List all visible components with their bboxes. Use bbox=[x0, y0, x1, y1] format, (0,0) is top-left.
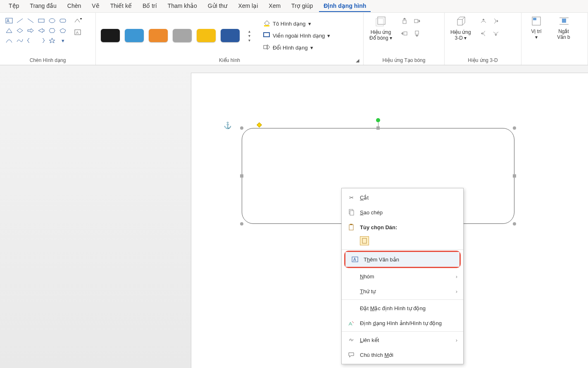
menu-design[interactable]: Thiết kế bbox=[106, 0, 136, 12]
shape-ellipse-icon[interactable] bbox=[47, 16, 57, 25]
shape-triangle-icon[interactable] bbox=[4, 26, 14, 35]
svg-text:A: A bbox=[353, 257, 356, 262]
menu-view[interactable]: Xem bbox=[264, 0, 285, 12]
shape-diamond-icon[interactable] bbox=[15, 26, 25, 35]
svg-line-2 bbox=[17, 19, 23, 23]
shape-arc-icon[interactable] bbox=[4, 36, 14, 45]
text-box-draw-button[interactable]: A bbox=[73, 27, 83, 38]
shape-textbox-icon[interactable]: A bbox=[4, 16, 14, 25]
3d-effects-button[interactable]: Hiệu ứng 3-D ▾ bbox=[447, 14, 474, 42]
style-swatch-3[interactable] bbox=[149, 29, 168, 42]
shape-gallery[interactable]: A ▾ bbox=[2, 14, 69, 47]
menu-format-picture[interactable]: Định dạng hình bbox=[319, 0, 371, 12]
shape-star-icon[interactable] bbox=[47, 36, 57, 45]
tilt-left-icon[interactable] bbox=[478, 28, 488, 38]
edit-shape-button[interactable]: ▾ bbox=[73, 15, 83, 26]
3d-label: Hiệu ứng 3-D bbox=[450, 29, 471, 41]
shape-fill-label: Tô Hình dạng bbox=[273, 21, 306, 27]
ctx-copy[interactable]: Sao chép bbox=[342, 205, 463, 220]
style-more-button[interactable]: ▴▾▾ bbox=[245, 29, 252, 42]
menu-layout[interactable]: Bố trí bbox=[138, 0, 162, 12]
copy-icon bbox=[348, 209, 355, 216]
style-swatch-5[interactable] bbox=[197, 29, 216, 42]
position-button[interactable]: Vị trí▾ bbox=[524, 14, 549, 41]
ctx-add-text[interactable]: A Thêm Văn bản bbox=[345, 252, 459, 267]
tilt-up-icon[interactable] bbox=[478, 16, 488, 26]
shape-hex-icon[interactable] bbox=[47, 26, 57, 35]
menu-home[interactable]: Trang đầu bbox=[25, 0, 61, 12]
svg-marker-10 bbox=[38, 28, 44, 33]
link-icon bbox=[348, 336, 355, 344]
group-3d-effects: Hiệu ứng 3-D ▾ Hiệu ứng 3-D bbox=[445, 13, 521, 65]
menu-help[interactable]: Trợ giúp bbox=[287, 0, 317, 12]
style-swatch-2[interactable] bbox=[125, 29, 144, 42]
shape-arrow-icon[interactable] bbox=[36, 26, 46, 35]
rotate-handle[interactable] bbox=[376, 118, 380, 122]
svg-text:A: A bbox=[76, 31, 79, 35]
resize-handle-br[interactable] bbox=[513, 222, 516, 226]
resize-handle-t[interactable] bbox=[376, 126, 380, 130]
menu-insert[interactable]: Chèn bbox=[63, 0, 86, 12]
shape-roundrect-icon[interactable] bbox=[58, 16, 68, 25]
paste-keep-source-icon[interactable] bbox=[360, 236, 369, 245]
menu-mailings[interactable]: Gửi thư bbox=[203, 0, 232, 12]
change-shape-button[interactable]: Đổi Hình dạng▾ bbox=[260, 42, 333, 53]
nudge-right-icon[interactable] bbox=[412, 16, 422, 26]
style-gallery[interactable]: ▴▾▾ bbox=[98, 27, 255, 44]
style-swatch-1[interactable] bbox=[101, 29, 120, 42]
shape-fill-button[interactable]: Tô Hình dạng▾ bbox=[260, 18, 333, 29]
3d-tilt-grid bbox=[477, 14, 502, 40]
shape-rect-icon[interactable] bbox=[36, 16, 46, 25]
ctx-add-text-highlight: A Thêm Văn bản bbox=[344, 251, 461, 268]
menu-references[interactable]: Tham khảo bbox=[163, 0, 202, 12]
shape-line-icon[interactable] bbox=[15, 16, 25, 25]
resize-handle-l[interactable] bbox=[240, 174, 243, 178]
style-swatch-6[interactable] bbox=[221, 29, 240, 42]
shape-curve-icon[interactable] bbox=[15, 36, 25, 45]
shape-brace2-icon[interactable] bbox=[36, 36, 46, 45]
ctx-paste-options: Tùy chọn Dán: bbox=[342, 220, 463, 235]
nudge-down-icon[interactable] bbox=[412, 28, 422, 38]
nudge-up-icon[interactable] bbox=[400, 16, 409, 26]
dialog-launcher-icon[interactable]: ◢ bbox=[356, 58, 362, 64]
menu-draw[interactable]: Vẽ bbox=[87, 0, 104, 12]
shape-pentagon-icon[interactable] bbox=[58, 26, 68, 35]
resize-handle-r[interactable] bbox=[513, 174, 516, 178]
resize-handle-bl[interactable] bbox=[240, 222, 243, 226]
shape-outline-button[interactable]: Viền ngoài Hình dạng▾ bbox=[260, 30, 333, 41]
ctx-set-default[interactable]: Đặt Mặc định Hình tự động bbox=[342, 301, 463, 316]
wrap-text-button[interactable]: Ngắt Văn b bbox=[551, 14, 576, 41]
svg-point-5 bbox=[49, 19, 55, 23]
ctx-cut[interactable]: ✂ Cắt bbox=[342, 190, 463, 205]
document-canvas[interactable]: ⚓ ✂ Cắt Sao chép Tùy chọn Dán: bbox=[0, 65, 588, 368]
wrap-icon bbox=[558, 15, 569, 27]
nudge-left-icon[interactable] bbox=[400, 28, 409, 38]
shadow-effects-button[interactable]: Hiệu ứng Đổ bóng ▾ bbox=[366, 14, 395, 42]
shape-line2-icon[interactable] bbox=[26, 16, 36, 25]
menu-review[interactable]: Xem lại bbox=[233, 0, 262, 12]
svg-rect-19 bbox=[264, 45, 267, 49]
shape-more-icon[interactable]: ▾ bbox=[58, 36, 68, 45]
resize-handle-tl[interactable] bbox=[240, 126, 243, 130]
ctx-link[interactable]: Liên kết › bbox=[342, 332, 463, 347]
tilt-right-icon[interactable] bbox=[491, 16, 501, 26]
scissors-icon: ✂ bbox=[348, 194, 355, 201]
anchor-icon: ⚓ bbox=[224, 121, 232, 129]
shadow-label: Hiệu ứng Đổ bóng bbox=[369, 29, 391, 41]
ctx-group[interactable]: Nhóm › bbox=[342, 269, 463, 284]
style-swatch-4[interactable] bbox=[173, 29, 192, 42]
group-shape-styles: ▴▾▾ Tô Hình dạng▾ Viền ngoài Hình dạng▾ … bbox=[96, 13, 364, 65]
ctx-format-shape[interactable]: Định dạng Hình ảnh/Hình tự động bbox=[342, 316, 463, 330]
resize-handle-tr[interactable] bbox=[513, 126, 516, 130]
tilt-down-icon[interactable] bbox=[491, 28, 501, 38]
bucket-icon bbox=[263, 20, 270, 28]
ctx-new-comment[interactable]: Chú thích Mới bbox=[342, 347, 463, 362]
svg-rect-36 bbox=[362, 238, 367, 243]
svg-marker-13 bbox=[49, 38, 55, 43]
shape-brace-icon[interactable] bbox=[26, 36, 36, 45]
ctx-order[interactable]: Thứ tự › bbox=[342, 284, 463, 299]
menu-file[interactable]: Tệp bbox=[4, 0, 24, 12]
shape-arrow-right-icon[interactable] bbox=[26, 26, 36, 35]
wrap-label: Ngắt Văn b bbox=[557, 28, 570, 40]
svg-marker-9 bbox=[28, 28, 33, 33]
